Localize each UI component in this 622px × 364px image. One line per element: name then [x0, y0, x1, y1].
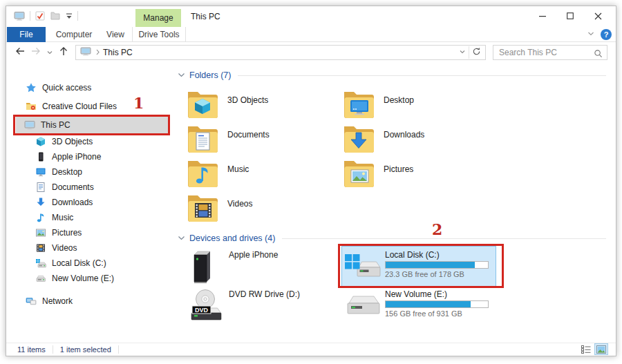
up-icon[interactable]	[58, 46, 69, 59]
folder-tile-3d-objects[interactable]: 3D Objects	[186, 89, 342, 124]
refresh-icon[interactable]	[472, 47, 481, 58]
sidebar-item-quick-access[interactable]: Quick access	[6, 78, 172, 97]
devices-section-header[interactable]: Devices and drives (4)	[178, 233, 610, 244]
breadcrumb-chevron-icon	[95, 48, 100, 57]
star-icon	[26, 82, 37, 93]
ribbon-tab-row: File Computer View Drive Tools ?	[6, 27, 616, 42]
tab-computer[interactable]: Computer	[49, 27, 99, 42]
sidebar-item-label: New Volume (E:)	[52, 274, 114, 283]
folder-tile-pictures[interactable]: Pictures	[342, 158, 498, 193]
tile-label: 3D Objects	[227, 95, 268, 105]
search-input[interactable]	[493, 46, 607, 59]
address-dropdown-chevron-icon[interactable]	[459, 48, 466, 57]
breadcrumb-this-pc[interactable]: This PC	[103, 48, 133, 57]
sidebar-item-label: 3D Objects	[52, 137, 93, 146]
iphone-device-icon	[187, 249, 226, 287]
items-count: 11 items	[17, 345, 46, 354]
recent-locations-chevron-icon[interactable]	[46, 46, 53, 59]
details-view-icon[interactable]	[580, 344, 592, 354]
device-name: Apple iPhone	[229, 250, 278, 260]
navigation-pane: Quick access Creative Cloud Files 1 This…	[6, 63, 172, 344]
sidebar-item-documents[interactable]: Documents	[6, 180, 172, 195]
tab-file[interactable]: File	[7, 27, 46, 42]
device-tile-new-volume-e[interactable]: New Volume (E:) 156 GB free of 931 GB	[342, 286, 496, 325]
help-icon[interactable]: ?	[601, 29, 612, 40]
folder-3d-objects-icon	[186, 89, 222, 122]
folder-tile-music[interactable]: Music	[186, 158, 342, 193]
address-bar[interactable]: This PC	[75, 45, 486, 60]
tab-drive-tools[interactable]: Drive Tools	[132, 27, 186, 42]
folder-tile-downloads[interactable]: Downloads	[342, 124, 498, 158]
folder-tile-desktop[interactable]: Desktop	[342, 89, 498, 124]
sidebar-item-label: Desktop	[52, 167, 82, 177]
sidebar-item-music[interactable]: Music	[6, 210, 172, 225]
sidebar-item-local-disk-c[interactable]: Local Disk (C:)	[6, 256, 172, 271]
sidebar-item-apple-iphone[interactable]: Apple iPhone	[6, 149, 172, 164]
computer-icon[interactable]	[13, 10, 26, 21]
folder-videos-icon	[186, 193, 222, 226]
collapse-chevron-icon[interactable]	[178, 232, 185, 245]
back-icon[interactable]	[15, 46, 26, 59]
toolbar-separator	[77, 11, 78, 21]
properties-check-icon[interactable]	[35, 10, 46, 21]
minimize-button[interactable]	[529, 8, 556, 24]
music-note-icon	[35, 212, 46, 223]
folder-desktop-icon	[342, 89, 378, 122]
sidebar-item-label: Quick access	[42, 83, 91, 93]
capacity-text: 23.3 GB free of 178 GB	[385, 270, 489, 278]
windows-drive-icon	[35, 258, 46, 269]
tile-label: Music	[227, 164, 249, 174]
sidebar-item-this-pc[interactable]: 1 This PC	[16, 117, 168, 133]
sidebar-item-desktop[interactable]: Desktop	[6, 164, 172, 180]
items-view: Folders (7) 3D Objects Desktop Documents	[172, 63, 616, 344]
close-button[interactable]	[584, 8, 612, 24]
tile-label: Desktop	[384, 95, 414, 105]
sidebar-item-label: Network	[42, 296, 73, 306]
sidebar-item-label: Apple iPhone	[52, 152, 101, 162]
sidebar-item-label: This PC	[41, 120, 70, 130]
sidebar-item-label: Local Disk (C:)	[52, 258, 106, 268]
new-volume-e-icon	[343, 288, 382, 324]
sidebar-item-3d-objects[interactable]: 3D Objects	[6, 134, 172, 149]
search-icon[interactable]	[594, 48, 603, 61]
phone-icon	[35, 151, 46, 162]
status-separator	[118, 345, 119, 354]
device-tile-local-disk-c[interactable]: 2 Local Disk (C:) 23.3 GB free of 178 GB	[342, 247, 496, 286]
thumbnail-view-icon[interactable]	[595, 344, 607, 354]
sidebar-item-creative-cloud-files[interactable]: Creative Cloud Files	[6, 97, 172, 115]
sidebar-item-label: Pictures	[52, 228, 82, 238]
forward-icon[interactable]	[30, 46, 41, 59]
folders-grid: 3D Objects Desktop Documents Downloads M…	[186, 89, 610, 227]
expand-ribbon-chevron-icon[interactable]	[587, 30, 595, 40]
folder-music-icon	[186, 158, 222, 191]
sidebar-item-downloads[interactable]: Downloads	[6, 195, 172, 210]
capacity-text: 156 GB free of 931 GB	[385, 309, 489, 318]
title-bar: Manage This PC	[6, 6, 616, 27]
maximize-button[interactable]	[556, 8, 584, 24]
folder-tile-videos[interactable]: Videos	[186, 193, 342, 227]
local-disk-c-icon	[343, 249, 382, 285]
sidebar-item-videos[interactable]: Videos	[6, 240, 172, 256]
tile-label: Documents	[227, 130, 270, 140]
device-tile-apple-iphone[interactable]: Apple iPhone	[186, 247, 339, 286]
folder-documents-icon	[186, 124, 222, 157]
sidebar-item-pictures[interactable]: Pictures	[6, 225, 172, 240]
picture-icon	[35, 227, 46, 238]
sidebar-item-network[interactable]: Network	[6, 291, 172, 310]
collapse-chevron-icon[interactable]	[178, 69, 185, 82]
tab-view[interactable]: View	[99, 27, 132, 42]
customize-toolbar-icon[interactable]	[65, 12, 73, 20]
sidebar-item-new-volume-e[interactable]: New Volume (E:)	[6, 271, 172, 286]
section-title: Folders (7)	[189, 70, 231, 80]
devices-grid: Apple iPhone 2 Local Disk (C:) 23.3 GB f…	[186, 247, 610, 325]
folder-tile-documents[interactable]: Documents	[186, 124, 342, 158]
folders-section-header[interactable]: Folders (7)	[178, 70, 610, 81]
annotation-number-1: 1	[133, 95, 144, 111]
new-folder-icon[interactable]	[50, 10, 61, 21]
tab-manage[interactable]: Manage	[135, 9, 181, 27]
device-name: New Volume (E:)	[385, 289, 489, 299]
device-tile-dvd-rw-drive-d[interactable]: DVD DVD RW Drive (D:)	[186, 286, 339, 325]
sidebar-item-label: Music	[52, 213, 73, 222]
creative-cloud-folder-icon	[26, 101, 37, 112]
sidebar-item-label: Creative Cloud Files	[42, 102, 117, 111]
